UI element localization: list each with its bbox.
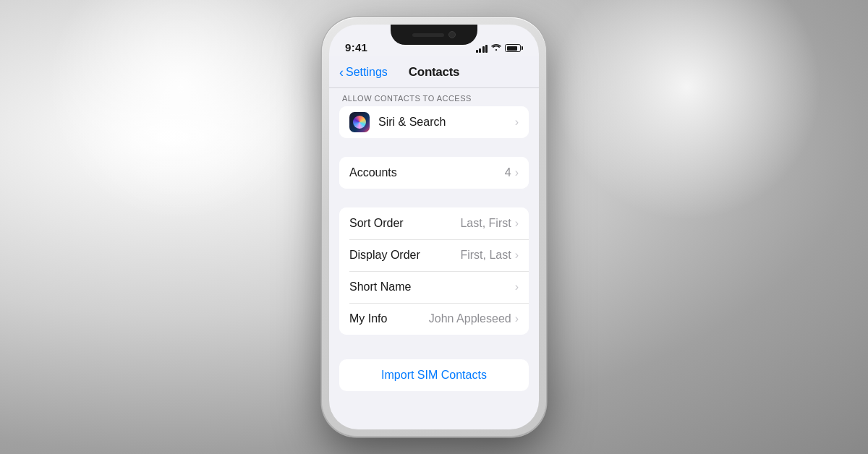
back-chevron-icon: ‹ (339, 66, 344, 79)
import-sim-contacts-button[interactable]: Import SIM Contacts (339, 359, 529, 391)
status-time: 9:41 (345, 41, 367, 53)
speaker (412, 33, 444, 37)
page-title: Contacts (409, 65, 459, 80)
my-info-chevron-icon: › (515, 312, 519, 325)
siri-search-label: Siri & Search (378, 116, 515, 129)
status-icons (476, 43, 524, 53)
signal-bar-1 (476, 50, 478, 53)
accounts-label: Accounts (349, 166, 505, 179)
display-order-row[interactable]: Display Order First, Last › (339, 239, 529, 271)
display-order-chevron-icon: › (515, 249, 519, 262)
allow-access-section: ALLOW CONTACTS TO ACCESS Siri & Search › (329, 88, 539, 138)
battery-tip (522, 46, 523, 50)
accounts-value: 4 (505, 166, 511, 179)
accounts-chevron-icon: › (515, 166, 519, 179)
preferences-group: Sort Order Last, First › Display Order F… (339, 207, 529, 335)
sort-order-row[interactable]: Sort Order Last, First › (339, 207, 529, 239)
sort-order-label: Sort Order (349, 217, 460, 230)
short-name-chevron-icon: › (515, 280, 519, 294)
accounts-row[interactable]: Accounts 4 › (339, 157, 529, 189)
spacer2 (329, 194, 539, 207)
signal-bar-2 (479, 48, 481, 53)
battery-fill (507, 46, 517, 51)
siri-icon (349, 112, 370, 132)
phone-screen: 9:41 (329, 25, 539, 429)
signal-icon (476, 44, 488, 53)
allow-access-header: ALLOW CONTACTS TO ACCESS (329, 88, 539, 106)
signal-bar-4 (485, 45, 488, 53)
display-order-value: First, Last (460, 249, 511, 262)
spacer (329, 144, 539, 157)
spacer3 (329, 340, 539, 354)
my-info-label: My Info (349, 312, 429, 325)
power-button[interactable] (322, 82, 325, 119)
accounts-group: Accounts 4 › (339, 157, 529, 189)
my-info-row[interactable]: My Info John Appleseed › (339, 303, 529, 335)
short-name-row[interactable]: Short Name › (339, 271, 529, 303)
phone-device: 9:41 (322, 17, 546, 437)
notch (391, 25, 477, 45)
display-order-label: Display Order (349, 249, 460, 262)
sort-order-chevron-icon: › (515, 217, 519, 230)
sort-order-value: Last, First (460, 217, 511, 230)
front-camera (448, 31, 456, 38)
volume-down-button[interactable] (322, 58, 325, 82)
import-sim-label: Import SIM Contacts (381, 369, 487, 381)
back-button[interactable]: ‹ Settings (339, 66, 388, 79)
accounts-section: Accounts 4 › (329, 144, 539, 189)
siri-orb (353, 116, 366, 129)
content-area: ALLOW CONTACTS TO ACCESS Siri & Search › (329, 88, 539, 429)
wifi-icon (491, 43, 501, 53)
my-info-value: John Appleseed (429, 312, 511, 325)
back-label: Settings (346, 66, 388, 79)
siri-search-chevron-icon: › (515, 116, 519, 129)
navigation-bar: ‹ Settings Contacts (329, 56, 539, 88)
silent-button[interactable] (322, 17, 325, 33)
battery-icon (505, 44, 523, 52)
short-name-label: Short Name (349, 280, 515, 294)
siri-search-row[interactable]: Siri & Search › (339, 106, 529, 138)
volume-up-button[interactable] (322, 33, 325, 58)
preferences-section: Sort Order Last, First › Display Order F… (329, 194, 539, 335)
signal-bar-3 (482, 46, 485, 53)
allow-access-group: Siri & Search › (339, 106, 529, 138)
